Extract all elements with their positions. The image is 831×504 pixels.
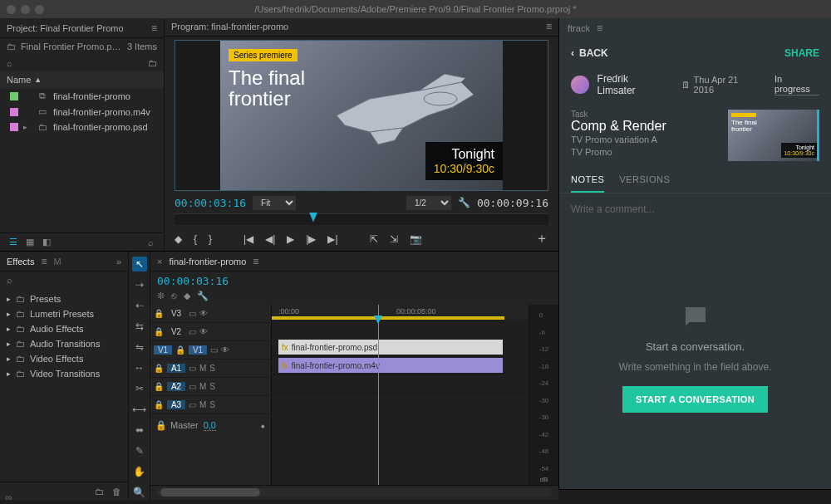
effects-folder[interactable]: ▸🗀Lumetri Presets: [0, 306, 128, 321]
clip-m4v[interactable]: fxfinal-frontier-promo.m4v: [278, 358, 503, 373]
column-header-name[interactable]: Name ▲: [0, 71, 164, 88]
bin-row[interactable]: ▸ 🗀 final-frontier-promo.psd: [0, 120, 164, 135]
lock-icon[interactable]: 🔒: [154, 382, 164, 391]
panel-menu-icon[interactable]: ≡: [597, 22, 602, 34]
rate-stretch-icon[interactable]: ↔: [132, 360, 147, 375]
sequence-tab[interactable]: final-frontier-promo: [169, 257, 246, 267]
zoom-fit-select[interactable]: Fit: [253, 196, 296, 210]
toggle-eye-icon[interactable]: 👁: [199, 327, 208, 336]
effects-folder[interactable]: ▸🗀Video Effects: [0, 351, 128, 366]
freeform-view-icon[interactable]: ◧: [40, 236, 53, 249]
toggle-output-icon[interactable]: ▭: [189, 327, 196, 336]
bin-row[interactable]: ⧉ final-frontier-promo: [0, 88, 164, 104]
list-view-icon[interactable]: ☰: [7, 236, 20, 249]
task-thumbnail[interactable]: The finalfrontier Tonight10:30/9:30c: [728, 110, 819, 161]
slip-tool-icon[interactable]: ⟷: [132, 402, 147, 417]
pen-tool-icon[interactable]: ✎: [132, 443, 147, 458]
effects-folder[interactable]: ▸🗀Video Transitions: [0, 366, 128, 381]
program-timecode-left[interactable]: 00:00:03:16: [175, 197, 246, 209]
selection-tool-icon[interactable]: ↖: [132, 257, 147, 272]
scrollbar-thumb[interactable]: [160, 488, 260, 497]
lock-icon[interactable]: 🔒: [155, 420, 165, 431]
zoom-traffic[interactable]: [35, 5, 44, 14]
timeline-timecode[interactable]: 00:00:03:16: [157, 275, 229, 287]
track-target[interactable]: V1: [189, 345, 207, 355]
goto-out-icon[interactable]: ▶|: [327, 233, 337, 245]
clip-psd[interactable]: fxfinal-frontier-promo.psd: [278, 340, 503, 355]
lock-icon[interactable]: 🔒: [154, 400, 164, 409]
trash-icon[interactable]: 🗑: [112, 487, 121, 497]
program-ruler[interactable]: [175, 213, 548, 225]
expand-panel-icon[interactable]: »: [116, 257, 121, 267]
rolling-edit-icon[interactable]: ⇋: [132, 340, 147, 355]
mute-icon[interactable]: M: [199, 364, 206, 373]
toggle-output-icon[interactable]: ▭: [189, 400, 196, 409]
panel-menu-icon[interactable]: ≡: [253, 256, 258, 267]
extract-icon[interactable]: ⇲: [390, 233, 398, 245]
search-icon[interactable]: ⌕: [7, 58, 12, 68]
export-frame-icon[interactable]: 📷: [410, 233, 422, 245]
close-traffic[interactable]: [7, 5, 16, 14]
slide-tool-icon[interactable]: ⬌: [132, 423, 147, 438]
icon-view-icon[interactable]: ▦: [23, 236, 37, 249]
panel-menu-icon[interactable]: ≡: [546, 21, 552, 32]
track-target[interactable]: A3: [167, 400, 185, 409]
lock-icon[interactable]: 🔒: [154, 309, 164, 318]
new-bin-icon[interactable]: 🗀: [95, 487, 104, 497]
keyframe-icon[interactable]: ⬥: [260, 420, 266, 430]
effects-tab[interactable]: Effects: [7, 257, 34, 267]
mute-icon[interactable]: M: [199, 400, 206, 409]
minimize-traffic[interactable]: [21, 5, 30, 14]
step-back-icon[interactable]: ◀|: [265, 233, 275, 245]
lift-icon[interactable]: ⇱: [370, 233, 378, 245]
tab-versions[interactable]: VERSIONS: [619, 174, 670, 193]
toggle-output-icon[interactable]: ▭: [189, 382, 196, 391]
resolution-select[interactable]: 1/2: [406, 196, 451, 210]
source-patch[interactable]: V1: [154, 345, 172, 355]
creative-cloud-icon[interactable]: ∞: [5, 492, 12, 503]
start-conversation-button[interactable]: START A CONVERSATION: [622, 386, 768, 413]
razor-tool-icon[interactable]: ✂: [132, 381, 147, 396]
panel-menu-icon[interactable]: ≡: [41, 256, 47, 267]
comment-input[interactable]: [571, 203, 819, 215]
effects-folder[interactable]: ▸🗀Audio Transitions: [0, 336, 128, 351]
other-tab[interactable]: M: [53, 257, 61, 267]
marker-icon[interactable]: ◆: [184, 291, 190, 301]
timeline-scrollbar[interactable]: [157, 488, 552, 497]
lock-icon[interactable]: 🔒: [154, 327, 164, 336]
play-icon[interactable]: ▶: [287, 233, 294, 245]
mark-in-icon[interactable]: ◆: [175, 233, 182, 245]
snap-icon[interactable]: ❊: [157, 291, 165, 301]
track-label[interactable]: V2: [167, 327, 185, 336]
bin-row[interactable]: ▭ final-frontier-promo.m4v: [0, 104, 164, 120]
effects-folder[interactable]: ▸🗀Audio Effects: [0, 321, 128, 336]
solo-icon[interactable]: S: [209, 364, 215, 373]
find-icon[interactable]: ⌕: [144, 236, 157, 249]
toggle-output-icon[interactable]: ▭: [189, 309, 196, 318]
timeline-tracks[interactable]: :00:00 00:00:05:00 fxfinal-frontier-prom…: [272, 305, 529, 485]
zoom-tool-icon[interactable]: 🔍: [132, 485, 147, 500]
goto-in-icon[interactable]: |◀: [243, 233, 253, 245]
wrench-icon[interactable]: 🔧: [458, 197, 470, 208]
share-button[interactable]: SHARE: [784, 47, 819, 59]
toggle-eye-icon[interactable]: 👁: [199, 309, 208, 318]
linked-selection-icon[interactable]: ⎋: [171, 291, 177, 301]
tab-notes[interactable]: NOTES: [571, 174, 604, 193]
solo-icon[interactable]: S: [209, 382, 215, 391]
track-select-back-icon[interactable]: ⇠: [132, 298, 147, 313]
hand-tool-icon[interactable]: ✋: [132, 464, 147, 479]
track-target[interactable]: A1: [167, 364, 185, 373]
mute-icon[interactable]: M: [199, 382, 206, 391]
search-icon[interactable]: ⌕: [7, 275, 12, 285]
new-bin-icon[interactable]: 🗀: [148, 58, 157, 68]
step-fwd-icon[interactable]: |▶: [306, 233, 316, 245]
back-button[interactable]: ‹BACK: [571, 47, 608, 59]
track-select-fwd-icon[interactable]: ⇢: [132, 277, 147, 292]
mark-in-btn[interactable]: {: [194, 233, 197, 245]
ripple-edit-icon[interactable]: ⇆: [132, 319, 147, 334]
toggle-output-icon[interactable]: ▭: [189, 364, 196, 373]
avatar[interactable]: [571, 76, 589, 94]
status-select[interactable]: In progress: [774, 74, 819, 95]
panel-menu-icon[interactable]: ≡: [151, 22, 157, 34]
toggle-eye-icon[interactable]: 👁: [221, 345, 229, 355]
